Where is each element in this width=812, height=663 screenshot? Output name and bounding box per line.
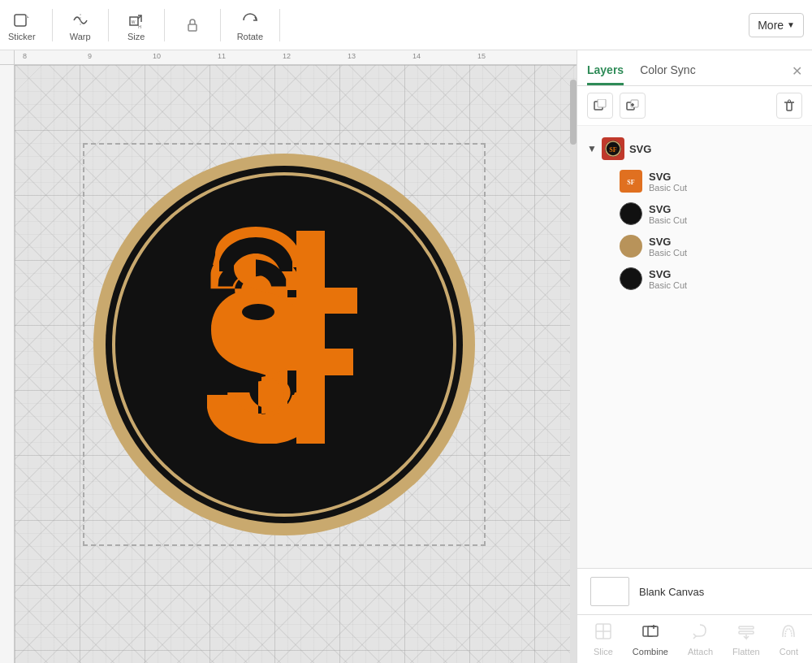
combine-button[interactable]: Combine	[623, 618, 678, 661]
ruler-top: 8 9 10 11 12 13 14 15	[0, 50, 577, 65]
main-area: 8 9 10 11 12 13 14 15	[0, 50, 812, 663]
child-layer-name-3: SVG	[649, 236, 687, 248]
panel-toolbar	[577, 86, 812, 126]
svg-text:SF: SF	[609, 146, 616, 154]
flatten-icon	[737, 622, 755, 644]
canvas-area[interactable]: 8 9 10 11 12 13 14 15	[0, 50, 577, 663]
slice-button[interactable]: Slice	[584, 618, 623, 661]
svg-rect-5	[188, 24, 197, 31]
panel-close-button[interactable]: ✕	[792, 63, 802, 85]
child-layer-info-3: SVG Basic Cut	[649, 236, 687, 258]
parent-layer-icon: SF	[602, 137, 624, 160]
rotate-tool[interactable]: Rotate	[237, 9, 263, 41]
child-layer-sub-1: Basic Cut	[649, 183, 687, 193]
layer-children: SF SVG Basic Cut SVG	[584, 165, 806, 295]
scrollbar-thumb[interactable]	[570, 80, 577, 145]
size-icon: W H	[125, 9, 148, 32]
rotate-label: Rotate	[237, 32, 263, 41]
panel-tabs: Layers Color Sync ✕	[577, 50, 812, 86]
child-layer-info-1: SVG Basic Cut	[649, 171, 687, 193]
ruler-tick-12: 12	[283, 52, 291, 60]
warp-label: Warp	[70, 32, 91, 41]
tab-color-sync[interactable]: Color Sync	[640, 63, 695, 85]
contour-icon	[780, 622, 797, 644]
svg-rect-25	[648, 626, 658, 636]
slice-label: Slice	[594, 647, 613, 656]
svg-rect-29	[739, 631, 754, 634]
warp-tool[interactable]: Warp	[69, 9, 92, 41]
blank-canvas-label: Blank Canvas	[639, 586, 704, 598]
size-tool[interactable]: W H Size	[125, 9, 148, 41]
sticker-tool[interactable]: Sticker	[8, 9, 36, 41]
separator-1	[52, 9, 53, 41]
blank-canvas-item[interactable]: Blank Canvas	[577, 568, 812, 614]
flatten-button[interactable]: Flatten	[723, 618, 770, 661]
more-button[interactable]: More ▼	[749, 13, 804, 37]
child-layer-info-4: SVG Basic Cut	[649, 268, 687, 290]
attach-label: Attach	[688, 647, 713, 656]
child-layer-info-2: SVG Basic Cut	[649, 203, 687, 225]
svg-text:SF: SF	[627, 179, 634, 186]
list-item[interactable]: SVG Basic Cut	[616, 262, 806, 295]
delete-layer-button[interactable]	[776, 93, 802, 119]
separator-2	[108, 9, 109, 41]
right-panel: Layers Color Sync ✕	[577, 50, 812, 663]
ruler-left	[0, 65, 15, 663]
child-layer-icon-4	[620, 267, 642, 290]
separator-4	[220, 9, 221, 41]
svg-text:H: H	[138, 24, 141, 29]
grid-canvas[interactable]	[15, 65, 577, 663]
flatten-label: Flatten	[732, 647, 760, 656]
size-label: Size	[127, 32, 145, 41]
panel-bottom-toolbar: Slice Combine	[577, 614, 812, 663]
child-layer-name-2: SVG	[649, 203, 687, 215]
logo-container[interactable]	[89, 150, 479, 540]
tab-layers[interactable]: Layers	[587, 63, 624, 85]
parent-layer-name: SVG	[629, 143, 651, 155]
list-item[interactable]: SVG Basic Cut	[616, 197, 806, 230]
rotate-icon	[239, 9, 261, 32]
ruler-tick-11: 11	[218, 52, 226, 60]
ruler-tick-14: 14	[412, 52, 421, 60]
svg-point-10	[242, 304, 274, 320]
more-label: More	[758, 19, 784, 32]
chevron-down-icon: ▼	[587, 143, 597, 154]
sf-giants-logo	[89, 150, 479, 540]
child-layer-sub-2: Basic Cut	[649, 215, 687, 225]
layers-list: ▼ SF SVG	[577, 126, 812, 568]
more-arrow: ▼	[787, 20, 795, 29]
layer-group-svg: ▼ SF SVG	[577, 132, 812, 295]
sticker-icon	[11, 9, 33, 32]
child-layer-name-4: SVG	[649, 268, 687, 280]
top-toolbar: Sticker Warp W H Size	[0, 0, 812, 50]
child-layer-icon-2	[620, 202, 642, 225]
warp-icon	[69, 9, 92, 32]
ruler-tick-15: 15	[477, 52, 486, 60]
ruler-tick-13: 13	[348, 52, 356, 60]
lock-tool[interactable]	[181, 14, 204, 37]
list-item[interactable]: SVG Basic Cut	[616, 230, 806, 262]
scrollbar-track[interactable]	[570, 80, 577, 663]
duplicate-layer-button[interactable]	[620, 93, 646, 119]
svg-text:W: W	[131, 20, 135, 24]
ruler-tick-8: 8	[23, 52, 27, 60]
svg-rect-28	[739, 626, 754, 629]
attach-icon	[691, 622, 709, 644]
lock-icon	[181, 14, 204, 37]
child-layer-icon-3	[620, 235, 642, 258]
contour-label: Cont	[780, 647, 798, 656]
svg-rect-12	[598, 99, 606, 107]
list-item[interactable]: SF SVG Basic Cut	[616, 165, 806, 197]
combine-icon	[641, 622, 659, 644]
combine-label: Combine	[633, 647, 668, 656]
ruler-corner	[0, 50, 15, 65]
child-layer-sub-4: Basic Cut	[649, 280, 687, 290]
ruler-tick-9: 9	[88, 52, 92, 60]
layer-parent[interactable]: ▼ SF SVG	[584, 132, 806, 165]
child-layer-sub-3: Basic Cut	[649, 248, 687, 258]
contour-button[interactable]: Cont	[770, 618, 808, 661]
add-layer-button[interactable]	[587, 93, 613, 119]
separator-5	[279, 9, 280, 41]
separator-3	[164, 9, 165, 41]
attach-button[interactable]: Attach	[678, 618, 723, 661]
